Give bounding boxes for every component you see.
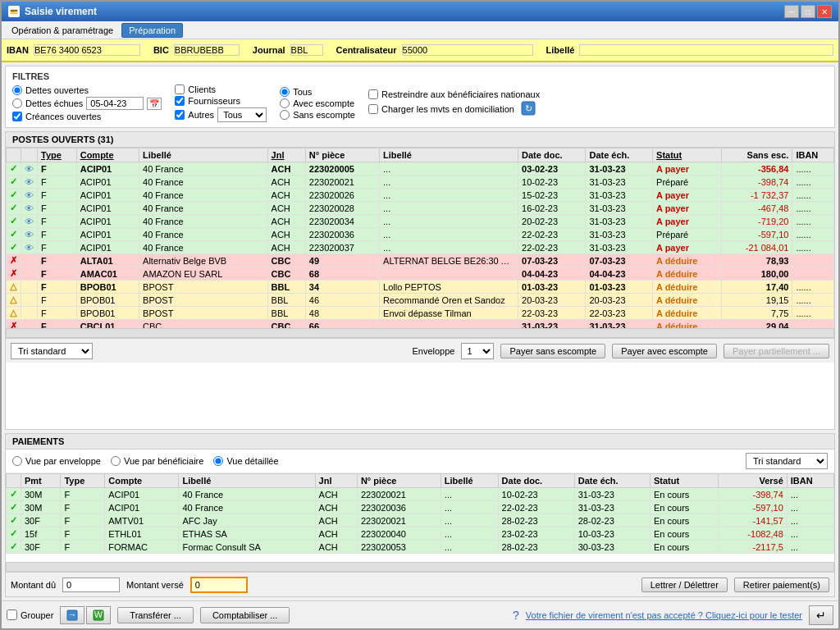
transferer-button[interactable]: Transférer ...: [117, 607, 194, 623]
col-pmt-date-doc[interactable]: Date doc.: [498, 474, 574, 488]
close-button[interactable]: ✕: [817, 5, 832, 18]
payer-avec-escompte-button[interactable]: Payer avec escompte: [612, 344, 717, 358]
menu-preparation[interactable]: Préparation: [121, 23, 183, 38]
col-pmt-type[interactable]: Type: [61, 474, 105, 488]
col-pmt-statut[interactable]: Statut: [650, 474, 718, 488]
pay-pmt: 15f: [21, 527, 61, 541]
montant-du-input[interactable]: [62, 578, 120, 592]
table-row: ✓ 15f F ETHL01 ETHAS SA ACH 223020040 ..…: [7, 527, 834, 541]
pay-verse: -2117,5: [719, 541, 787, 554]
col-pmt[interactable]: Pmt: [21, 474, 61, 488]
bic-input[interactable]: [174, 44, 240, 56]
date-echues-input[interactable]: [86, 97, 144, 110]
row-libelle: ...: [380, 162, 518, 176]
payer-partiellement-button[interactable]: Payer partiellement ...: [724, 344, 829, 358]
minimize-button[interactable]: ─: [784, 5, 799, 18]
enveloppe-dropdown[interactable]: 1: [461, 343, 494, 359]
tri-standard-dropdown[interactable]: Tri standard: [11, 343, 93, 359]
calendar-icon[interactable]: 📅: [147, 98, 162, 110]
vue-beneficiaire-radio[interactable]: [111, 456, 121, 466]
lettrer-button[interactable]: Lettrer / Délettrer: [641, 578, 728, 592]
table-row: ✓ 👁 F ACIP01 40 France ACH 223020034 ...…: [7, 215, 834, 228]
row-eye[interactable]: 👁: [21, 189, 38, 202]
row-piece: 49: [305, 254, 379, 267]
charger-mvts-checkbox[interactable]: [368, 104, 378, 114]
postes-scrollbar-h[interactable]: [6, 328, 834, 338]
row-iban: ......: [792, 189, 834, 202]
col-pmt-compte[interactable]: Compte: [105, 474, 179, 488]
charger-mvts-icon[interactable]: ↻: [521, 101, 536, 117]
row-statut: A payer: [653, 241, 722, 254]
postes-table-container[interactable]: Type Compte Libellé Jnl N° pièce Libellé…: [6, 148, 834, 328]
col-piece[interactable]: N° pièce: [305, 148, 379, 162]
row-eye[interactable]: 👁: [21, 202, 38, 215]
col-libelle-h[interactable]: Libellé: [139, 148, 268, 162]
row-iban: ......: [792, 202, 834, 215]
vue-detaillee-radio[interactable]: [213, 456, 223, 466]
row-date-ech: 31-03-23: [586, 202, 653, 215]
row-libelle: [380, 320, 518, 329]
centralisateur-input[interactable]: [402, 44, 533, 56]
row-jnl: ACH: [267, 162, 305, 176]
payer-sans-escompte-button[interactable]: Payer sans escompte: [500, 344, 605, 358]
col-statut[interactable]: Statut: [653, 148, 722, 162]
vue-enveloppe-radio[interactable]: [12, 456, 22, 466]
help-icon[interactable]: ?: [513, 609, 519, 622]
table-row: △ F BPOB01 BPOST BBL 48 Envoi dépasse Ti…: [7, 307, 834, 320]
libelle-input[interactable]: [579, 44, 833, 56]
row-iban: [792, 320, 834, 329]
row-eye[interactable]: 👁: [21, 215, 38, 228]
row-eye[interactable]: 👁: [21, 162, 38, 176]
restreindre-checkbox[interactable]: [368, 89, 378, 99]
row-eye[interactable]: 👁: [21, 176, 38, 189]
row-eye: [21, 294, 38, 307]
avec-escompte-radio[interactable]: [280, 98, 290, 108]
dettes-echues-radio[interactable]: [12, 98, 22, 108]
fournisseurs-checkbox[interactable]: [175, 96, 185, 106]
iban-label: IBAN: [7, 45, 29, 55]
payments-table-container[interactable]: Pmt Type Compte Libellé Jnl N° pièce Lib…: [6, 473, 834, 562]
retirer-button[interactable]: Retirer paiement(s): [734, 578, 829, 592]
col-sans-esc[interactable]: Sans esc.: [721, 148, 792, 162]
autres-dropdown[interactable]: Tous: [217, 107, 267, 122]
export-icon-2[interactable]: W: [86, 606, 111, 624]
col-jnl[interactable]: Jnl: [267, 148, 305, 162]
row-type: F: [38, 228, 77, 241]
row-date-doc: 01-03-23: [518, 281, 586, 294]
pay-verse: -1082,48: [719, 527, 787, 541]
row-sans-esc: 78,93: [721, 254, 792, 267]
arrow-button[interactable]: ↵: [809, 605, 833, 625]
grouper-checkbox[interactable]: [7, 609, 17, 620]
row-eye[interactable]: 👁: [21, 241, 38, 254]
pay-jnl: ACH: [315, 501, 357, 514]
tri-standard-payments-dropdown[interactable]: Tri standard: [746, 453, 828, 469]
clients-checkbox[interactable]: [175, 84, 185, 94]
help-link[interactable]: Votre fichier de virement n'est pas acce…: [526, 610, 802, 620]
creances-ouvertes-checkbox[interactable]: [12, 112, 22, 121]
col-pmt-piece[interactable]: N° pièce: [357, 474, 441, 488]
tous-radio[interactable]: [280, 87, 290, 97]
row-eye[interactable]: 👁: [21, 228, 38, 241]
row-libelle: Envoi dépasse Tilman: [380, 307, 518, 320]
pay-compte: ACIP01: [105, 488, 179, 501]
comptabiliser-button[interactable]: Comptabiliser ...: [200, 607, 290, 623]
col-pmt-date-ech[interactable]: Date éch.: [574, 474, 650, 488]
col-date-ech[interactable]: Date éch.: [586, 148, 653, 162]
col-pmt-verse[interactable]: Versé: [719, 474, 787, 488]
export-icon-1[interactable]: →: [60, 606, 84, 624]
maximize-button[interactable]: □: [801, 5, 815, 18]
dettes-ouvertes-radio[interactable]: [12, 85, 22, 95]
autres-checkbox[interactable]: [175, 110, 185, 120]
journal-input[interactable]: [290, 44, 323, 56]
montant-verse-input[interactable]: [190, 577, 248, 593]
col-pmt-jnl[interactable]: Jnl: [315, 474, 357, 488]
col-compte[interactable]: Compte: [76, 148, 139, 162]
col-date-doc[interactable]: Date doc.: [518, 148, 586, 162]
sans-escompte-radio[interactable]: [280, 110, 290, 120]
menu-operation[interactable]: Opération & paramétrage: [5, 24, 120, 37]
montant-verse-label: Montant versé: [126, 580, 184, 590]
col-type[interactable]: Type: [38, 148, 77, 162]
payments-scrollbar-h[interactable]: [6, 562, 834, 572]
row-compte: ACIP01: [76, 176, 139, 189]
iban-input[interactable]: [34, 44, 140, 56]
